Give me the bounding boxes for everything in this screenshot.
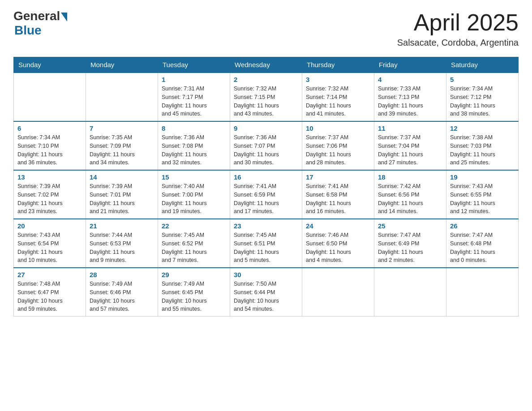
day-number: 23 [234,222,298,230]
calendar-cell [446,268,519,317]
calendar-cell: 7Sunrise: 7:35 AM Sunset: 7:09 PM Daylig… [86,121,158,170]
calendar-cell: 22Sunrise: 7:45 AM Sunset: 6:52 PM Dayli… [158,219,230,268]
day-info: Sunrise: 7:43 AM Sunset: 6:54 PM Dayligh… [17,231,82,265]
calendar-week-row: 6Sunrise: 7:34 AM Sunset: 7:10 PM Daylig… [14,121,519,170]
day-info: Sunrise: 7:47 AM Sunset: 6:48 PM Dayligh… [450,231,515,265]
calendar-cell: 17Sunrise: 7:41 AM Sunset: 6:58 PM Dayli… [302,170,374,219]
calendar-cell: 30Sunrise: 7:50 AM Sunset: 6:44 PM Dayli… [230,268,302,317]
location-subtitle: Salsacate, Cordoba, Argentina [397,38,519,48]
day-number: 18 [378,173,442,181]
day-info: Sunrise: 7:31 AM Sunset: 7:17 PM Dayligh… [162,85,226,118]
day-number: 13 [17,173,82,181]
day-info: Sunrise: 7:49 AM Sunset: 6:45 PM Dayligh… [162,280,226,313]
day-info: Sunrise: 7:41 AM Sunset: 6:58 PM Dayligh… [306,182,370,216]
calendar-cell: 29Sunrise: 7:49 AM Sunset: 6:45 PM Dayli… [158,268,230,317]
calendar-header-tuesday: Tuesday [158,57,230,73]
calendar-cell [374,268,446,317]
calendar-cell: 28Sunrise: 7:49 AM Sunset: 6:46 PM Dayli… [86,268,158,317]
calendar-cell: 20Sunrise: 7:43 AM Sunset: 6:54 PM Dayli… [14,219,86,268]
day-number: 9 [234,124,298,132]
calendar-cell: 16Sunrise: 7:41 AM Sunset: 6:59 PM Dayli… [230,170,302,219]
day-number: 7 [90,124,154,132]
day-info: Sunrise: 7:48 AM Sunset: 6:47 PM Dayligh… [17,280,82,313]
day-info: Sunrise: 7:45 AM Sunset: 6:52 PM Dayligh… [162,231,226,265]
day-number: 21 [90,222,154,230]
calendar-cell: 26Sunrise: 7:47 AM Sunset: 6:48 PM Dayli… [446,219,519,268]
day-info: Sunrise: 7:37 AM Sunset: 7:04 PM Dayligh… [378,133,442,167]
day-number: 27 [17,271,82,278]
calendar-header-row: SundayMondayTuesdayWednesdayThursdayFrid… [14,57,519,73]
day-number: 10 [306,124,370,132]
calendar-cell: 11Sunrise: 7:37 AM Sunset: 7:04 PM Dayli… [374,121,446,170]
day-info: Sunrise: 7:34 AM Sunset: 7:12 PM Dayligh… [450,85,515,118]
logo-general-text: General [13,9,60,23]
day-number: 12 [450,124,515,132]
day-info: Sunrise: 7:42 AM Sunset: 6:56 PM Dayligh… [378,182,442,216]
day-info: Sunrise: 7:35 AM Sunset: 7:09 PM Dayligh… [90,133,154,167]
day-number: 6 [17,124,82,132]
calendar-header-sunday: Sunday [14,57,86,73]
day-info: Sunrise: 7:38 AM Sunset: 7:03 PM Dayligh… [450,133,515,167]
day-info: Sunrise: 7:40 AM Sunset: 7:00 PM Dayligh… [162,182,226,216]
calendar-cell: 6Sunrise: 7:34 AM Sunset: 7:10 PM Daylig… [14,121,86,170]
calendar-cell: 10Sunrise: 7:37 AM Sunset: 7:06 PM Dayli… [302,121,374,170]
calendar-cell: 1Sunrise: 7:31 AM Sunset: 7:17 PM Daylig… [158,73,230,121]
calendar-header-saturday: Saturday [446,57,519,73]
calendar-cell: 24Sunrise: 7:46 AM Sunset: 6:50 PM Dayli… [302,219,374,268]
day-number: 5 [450,76,515,83]
day-info: Sunrise: 7:37 AM Sunset: 7:06 PM Dayligh… [306,133,370,167]
day-info: Sunrise: 7:34 AM Sunset: 7:10 PM Dayligh… [17,133,82,167]
calendar-cell: 4Sunrise: 7:33 AM Sunset: 7:13 PM Daylig… [374,73,446,121]
day-info: Sunrise: 7:39 AM Sunset: 7:02 PM Dayligh… [17,182,82,216]
calendar-header-monday: Monday [86,57,158,73]
calendar-cell: 3Sunrise: 7:32 AM Sunset: 7:14 PM Daylig… [302,73,374,121]
calendar-cell [14,73,86,121]
calendar-cell: 19Sunrise: 7:43 AM Sunset: 6:55 PM Dayli… [446,170,519,219]
calendar-cell: 25Sunrise: 7:47 AM Sunset: 6:49 PM Dayli… [374,219,446,268]
calendar-week-row: 27Sunrise: 7:48 AM Sunset: 6:47 PM Dayli… [14,268,519,317]
calendar-cell [302,268,374,317]
day-info: Sunrise: 7:32 AM Sunset: 7:14 PM Dayligh… [306,85,370,118]
calendar-cell: 9Sunrise: 7:36 AM Sunset: 7:07 PM Daylig… [230,121,302,170]
day-number: 17 [306,173,370,181]
logo-arrow-icon [61,13,67,21]
day-number: 20 [17,222,82,230]
calendar-cell: 21Sunrise: 7:44 AM Sunset: 6:53 PM Dayli… [86,219,158,268]
calendar-header-thursday: Thursday [302,57,374,73]
day-number: 22 [162,222,226,230]
day-number: 8 [162,124,226,132]
day-number: 25 [378,222,442,230]
day-number: 2 [234,76,298,83]
day-number: 15 [162,173,226,181]
calendar-week-row: 1Sunrise: 7:31 AM Sunset: 7:17 PM Daylig… [14,73,519,121]
page-header: General Blue April 2025 Salsacate, Cordo… [13,9,519,48]
day-info: Sunrise: 7:45 AM Sunset: 6:51 PM Dayligh… [234,231,298,265]
calendar-table: SundayMondayTuesdayWednesdayThursdayFrid… [13,57,519,317]
day-info: Sunrise: 7:49 AM Sunset: 6:46 PM Dayligh… [90,280,154,313]
day-number: 19 [450,173,515,181]
calendar-week-row: 13Sunrise: 7:39 AM Sunset: 7:02 PM Dayli… [14,170,519,219]
day-number: 1 [162,76,226,83]
day-number: 28 [90,271,154,278]
calendar-cell: 5Sunrise: 7:34 AM Sunset: 7:12 PM Daylig… [446,73,519,121]
day-number: 24 [306,222,370,230]
logo: General Blue [13,9,67,38]
logo-blue-text: Blue [14,23,42,38]
calendar-cell: 27Sunrise: 7:48 AM Sunset: 6:47 PM Dayli… [14,268,86,317]
calendar-cell: 8Sunrise: 7:36 AM Sunset: 7:08 PM Daylig… [158,121,230,170]
day-info: Sunrise: 7:36 AM Sunset: 7:08 PM Dayligh… [162,133,226,167]
calendar-header-friday: Friday [374,57,446,73]
title-section: April 2025 Salsacate, Cordoba, Argentina [397,9,519,48]
day-info: Sunrise: 7:32 AM Sunset: 7:15 PM Dayligh… [234,85,298,118]
day-number: 3 [306,76,370,83]
calendar-cell: 23Sunrise: 7:45 AM Sunset: 6:51 PM Dayli… [230,219,302,268]
day-info: Sunrise: 7:41 AM Sunset: 6:59 PM Dayligh… [234,182,298,216]
month-title: April 2025 [397,9,519,36]
calendar-header-wednesday: Wednesday [230,57,302,73]
calendar-week-row: 20Sunrise: 7:43 AM Sunset: 6:54 PM Dayli… [14,219,519,268]
day-number: 16 [234,173,298,181]
day-number: 29 [162,271,226,278]
calendar-cell: 14Sunrise: 7:39 AM Sunset: 7:01 PM Dayli… [86,170,158,219]
day-info: Sunrise: 7:50 AM Sunset: 6:44 PM Dayligh… [234,280,298,313]
day-info: Sunrise: 7:46 AM Sunset: 6:50 PM Dayligh… [306,231,370,265]
